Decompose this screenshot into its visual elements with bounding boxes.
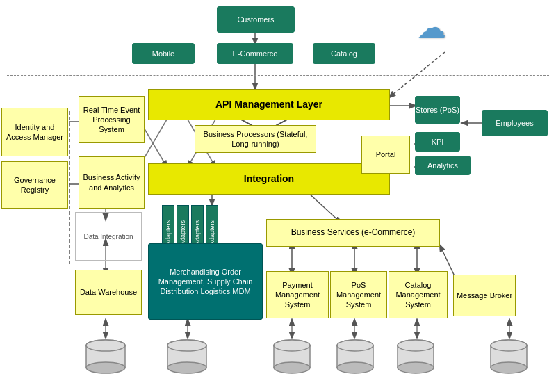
svg-point-37: [86, 340, 125, 351]
svg-point-45: [274, 340, 310, 351]
identity-box: Identity and Access Manager: [1, 108, 68, 156]
svg-point-44: [274, 362, 310, 373]
catalog-box: Catalog: [313, 43, 375, 64]
business-services-box: Business Services (e-Commerce): [266, 219, 440, 247]
governance-label: Governance Registry: [2, 175, 67, 195]
portal-label: Portal: [376, 149, 396, 159]
business-processors-label: Business Processors (Stateful, Long-runn…: [195, 129, 316, 149]
db-2: [165, 338, 210, 377]
message-broker-label: Message Broker: [457, 291, 512, 300]
db-4: [334, 338, 376, 377]
stores-pos-box: Stores (PoS): [415, 96, 460, 124]
message-broker-box: Message Broker: [453, 275, 516, 316]
db-5: [395, 338, 436, 377]
data-warehouse-box: Data Warehouse: [75, 270, 142, 315]
portal-box: Portal: [361, 136, 410, 174]
business-activity-label: Business Activity and Analytics: [79, 172, 144, 193]
svg-point-52: [398, 362, 434, 373]
data-integration-box: Data Integration: [75, 212, 142, 261]
stores-pos-label: Stores (PoS): [416, 105, 459, 115]
catalog-mgmt-label: Catalog Management System: [389, 280, 447, 310]
db-3: [271, 338, 313, 377]
catalog-mgmt-box: Catalog Management System: [389, 271, 448, 318]
merchandising-label: Merchandising Order Management, Supply C…: [149, 267, 262, 297]
api-management-box: API Management Layer: [148, 89, 390, 120]
governance-box: Governance Registry: [1, 161, 68, 209]
db-6: [488, 338, 530, 377]
cloud-icon: ☁: [417, 10, 446, 44]
svg-point-36: [86, 362, 125, 373]
business-processors-box: Business Processors (Stateful, Long-runn…: [195, 125, 316, 153]
customers-label: Customers: [237, 15, 274, 24]
separator-line: [7, 75, 549, 76]
employees-label: Employees: [496, 118, 533, 128]
svg-point-41: [167, 340, 206, 351]
architecture-diagram: Customers Mobile E-Commerce Catalog ☁ Id…: [0, 0, 556, 392]
pos-mgmt-label: PoS Management System: [331, 280, 386, 310]
realtime-box: Real-Time Event Processing System: [79, 96, 145, 143]
svg-point-56: [491, 362, 527, 373]
mobile-label: Mobile: [152, 49, 174, 58]
catalog-label: Catalog: [331, 49, 357, 58]
data-integration-label: Data Integration: [83, 233, 133, 240]
identity-label: Identity and Access Manager: [2, 122, 67, 142]
customers-box: Customers: [217, 6, 295, 33]
business-activity-box: Business Activity and Analytics: [79, 156, 145, 209]
mobile-box: Mobile: [132, 43, 195, 64]
analytics-box: Analytics: [415, 156, 471, 175]
svg-point-57: [491, 340, 527, 351]
svg-point-49: [337, 340, 373, 351]
merchandising-box: Merchandising Order Management, Supply C…: [148, 243, 263, 320]
integration-box: Integration: [148, 163, 390, 195]
payment-box: Payment Management System: [266, 271, 329, 318]
svg-point-53: [398, 340, 434, 351]
api-management-label: API Management Layer: [215, 98, 322, 111]
kpi-label: KPI: [432, 137, 444, 147]
integration-label: Integration: [244, 172, 294, 185]
svg-point-48: [337, 362, 373, 373]
business-services-label: Business Services (e-Commerce): [291, 227, 416, 238]
db-1: [83, 338, 129, 377]
analytics-label: Analytics: [427, 161, 458, 170]
employees-box: Employees: [482, 110, 548, 136]
realtime-label: Real-Time Event Processing System: [79, 105, 144, 135]
svg-point-40: [167, 362, 206, 373]
ecommerce-label: E-Commerce: [233, 49, 278, 58]
kpi-box: KPI: [415, 132, 460, 152]
data-warehouse-label: Data Warehouse: [80, 287, 137, 297]
pos-mgmt-box: PoS Management System: [330, 271, 387, 318]
ecommerce-box: E-Commerce: [217, 43, 293, 64]
payment-label: Payment Management System: [267, 280, 328, 310]
